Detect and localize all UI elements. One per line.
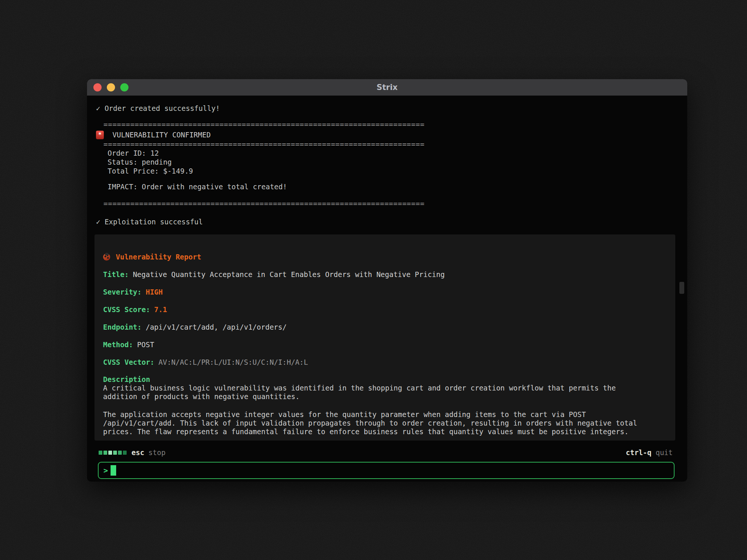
description-line: /api/v1/cart/add. This lack of input val… <box>103 419 668 427</box>
exploitation-success-line: ✓ Exploitation successful <box>96 217 676 226</box>
field-label: CVSS Vector: <box>103 358 154 366</box>
strix-terminal-window: Strix ✓ Order created successfully! ====… <box>87 79 687 482</box>
status-line: Status: pending <box>96 158 676 167</box>
field-value: /api/v1/cart/add, /api/v1/orders/ <box>146 323 287 331</box>
field-label: Endpoint: <box>103 323 142 331</box>
report-field-cvss-score: CVSS Score:7.1 <box>103 305 668 314</box>
order-success-line: ✓ Order created successfully! <box>96 104 676 113</box>
field-label: Title: <box>103 270 129 279</box>
report-field-severity: Severity:HIGH <box>103 287 668 296</box>
terminal-output: ✓ Order created successfully! ==========… <box>87 104 687 479</box>
stop-action-label: stop <box>148 448 165 457</box>
field-label: Method: <box>103 340 133 349</box>
traffic-lights <box>93 79 128 96</box>
report-field-method: Method:POST <box>103 340 668 349</box>
field-label: Severity: <box>103 288 142 296</box>
report-header: Vulnerability Report <box>103 252 668 261</box>
bug-icon <box>103 253 110 261</box>
description-paragraph-1: A critical business logic vulnerability … <box>103 384 668 401</box>
order-id-line: Order ID: 12 <box>96 149 676 158</box>
description-line: A critical business logic vulnerability … <box>103 384 668 392</box>
text-cursor <box>111 465 116 476</box>
vulnerability-confirmed-banner: * VULNERABILITY CONFIRMED <box>96 130 676 140</box>
window-title: Strix <box>376 83 397 92</box>
description-line: prices. The flaw represents a fundamenta… <box>103 427 668 436</box>
titlebar: Strix <box>87 79 687 96</box>
esc-key-hint[interactable]: esc <box>131 448 144 457</box>
panel-scrollbar-thumb[interactable] <box>679 282 684 294</box>
report-field-cvss-vector: CVSS Vector:AV:N/AC:L/PR:L/UI:N/S:U/C:N/… <box>103 358 668 367</box>
siren-icon: * <box>96 131 104 139</box>
field-value: Negative Quantity Acceptance in Cart Ena… <box>133 270 445 279</box>
close-button[interactable] <box>93 83 102 91</box>
field-value: POST <box>137 340 154 349</box>
total-price-line: Total Price: $-149.9 <box>96 167 676 175</box>
status-bar: esc stop ctrl-q quit <box>96 447 676 458</box>
minimize-button[interactable] <box>107 83 115 91</box>
activity-spinner <box>99 451 127 455</box>
field-value: HIGH <box>146 288 163 296</box>
ctrl-q-key-hint[interactable]: ctrl-q <box>626 448 652 457</box>
field-value: 7.1 <box>154 305 167 314</box>
description-heading: Description <box>103 375 668 384</box>
zoom-button[interactable] <box>120 83 128 91</box>
impact-line: IMPACT: Order with negative total create… <box>96 182 676 191</box>
vulnerability-report-panel[interactable]: Vulnerability Report Title:Negative Quan… <box>94 234 675 441</box>
quit-action-label: quit <box>655 448 673 457</box>
description-line: The application accepts negative integer… <box>103 410 668 419</box>
desktop: { "window": { "title": "Strix" }, "termi… <box>0 0 747 560</box>
separator-line: ========================================… <box>96 199 676 208</box>
description-paragraph-2: The application accepts negative integer… <box>103 410 668 436</box>
separator-line: ========================================… <box>96 140 676 149</box>
report-field-endpoint: Endpoint:/api/v1/cart/add, /api/v1/order… <box>103 323 668 332</box>
prompt-symbol: > <box>103 466 108 475</box>
report-field-title: Title:Negative Quantity Acceptance in Ca… <box>103 270 668 279</box>
report-header-label: Vulnerability Report <box>116 252 201 261</box>
description-line: addition of products with negative quant… <box>103 392 668 401</box>
separator-line: ========================================… <box>96 120 676 129</box>
field-label: CVSS Score: <box>103 305 150 314</box>
command-input[interactable]: > <box>98 462 675 479</box>
field-value: AV:N/AC:L/PR:L/UI:N/S:U/C:N/I:H/A:L <box>158 358 308 366</box>
vulnerability-confirmed-title: VULNERABILITY CONFIRMED <box>112 130 211 140</box>
